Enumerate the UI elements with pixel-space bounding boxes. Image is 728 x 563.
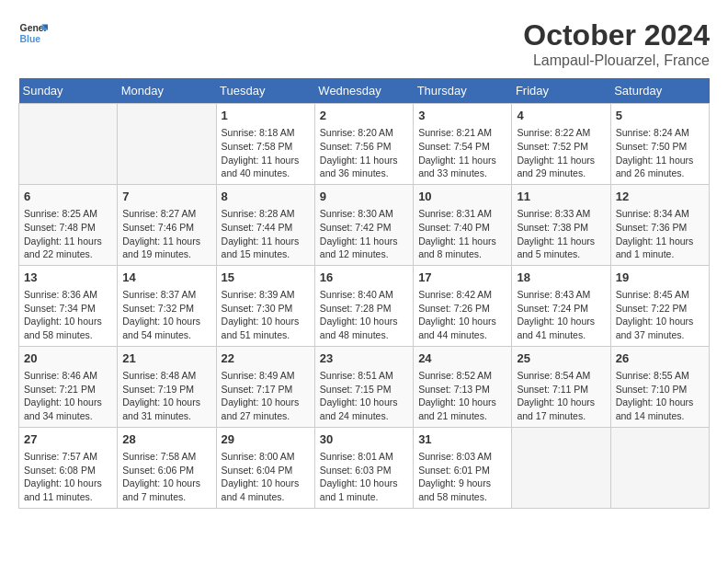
- calendar-body: 1Sunrise: 8:18 AMSunset: 7:58 PMDaylight…: [19, 104, 710, 509]
- sunrise-text: Sunrise: 8:54 AM: [517, 369, 605, 383]
- day-number: 3: [418, 108, 506, 124]
- calendar-week-2: 6Sunrise: 8:25 AMSunset: 7:48 PMDaylight…: [19, 184, 710, 265]
- sunrise-text: Sunrise: 8:45 AM: [616, 288, 704, 302]
- sunset-text: Sunset: 7:40 PM: [418, 221, 506, 235]
- daylight-text: Daylight: 10 hours and 14 minutes.: [616, 396, 704, 422]
- calendar-cell: 24Sunrise: 8:52 AMSunset: 7:13 PMDayligh…: [414, 346, 512, 427]
- daylight-text: Daylight: 11 hours and 5 minutes.: [517, 235, 605, 261]
- calendar-table: SundayMondayTuesdayWednesdayThursdayFrid…: [18, 78, 710, 509]
- day-number: 12: [616, 189, 704, 205]
- day-header-tuesday: Tuesday: [216, 78, 314, 104]
- day-number: 28: [122, 431, 210, 448]
- day-number: 1: [222, 108, 310, 124]
- daylight-text: Daylight: 10 hours and 24 minutes.: [320, 396, 408, 422]
- calendar-cell: 26Sunrise: 8:55 AMSunset: 7:10 PMDayligh…: [610, 346, 709, 427]
- sunrise-text: Sunrise: 8:28 AM: [222, 207, 310, 221]
- sunrise-text: Sunrise: 8:24 AM: [616, 126, 704, 140]
- sunset-text: Sunset: 7:36 PM: [616, 221, 704, 235]
- day-number: 11: [517, 189, 605, 205]
- daylight-text: Daylight: 10 hours and 17 minutes.: [517, 396, 605, 422]
- calendar-cell: 4Sunrise: 8:22 AMSunset: 7:52 PMDaylight…: [512, 104, 610, 185]
- calendar-cell: [118, 104, 216, 185]
- sunset-text: Sunset: 7:32 PM: [122, 302, 210, 316]
- calendar-cell: [610, 427, 709, 508]
- calendar-cell: 13Sunrise: 8:36 AMSunset: 7:34 PMDayligh…: [19, 265, 118, 346]
- day-number: 18: [517, 270, 605, 286]
- sunrise-text: Sunrise: 7:58 AM: [122, 450, 210, 464]
- day-number: 23: [320, 350, 408, 367]
- daylight-text: Daylight: 10 hours and 37 minutes.: [616, 315, 704, 341]
- calendar-cell: 14Sunrise: 8:37 AMSunset: 7:32 PMDayligh…: [118, 265, 216, 346]
- calendar-cell: 22Sunrise: 8:49 AMSunset: 7:17 PMDayligh…: [216, 346, 314, 427]
- sunset-text: Sunset: 7:50 PM: [616, 140, 704, 154]
- calendar-cell: 18Sunrise: 8:43 AMSunset: 7:24 PMDayligh…: [512, 265, 610, 346]
- sunrise-text: Sunrise: 8:46 AM: [24, 369, 112, 383]
- day-header-wednesday: Wednesday: [314, 78, 413, 104]
- day-number: 2: [320, 108, 408, 124]
- calendar-cell: [19, 104, 118, 185]
- logo: General Blue: [18, 18, 48, 48]
- daylight-text: Daylight: 10 hours and 54 minutes.: [122, 315, 210, 341]
- daylight-text: Daylight: 10 hours and 31 minutes.: [122, 396, 210, 422]
- sunrise-text: Sunrise: 8:18 AM: [222, 126, 310, 140]
- calendar-cell: 30Sunrise: 8:01 AMSunset: 6:03 PMDayligh…: [314, 427, 413, 508]
- calendar-week-1: 1Sunrise: 8:18 AMSunset: 7:58 PMDaylight…: [19, 104, 710, 185]
- sunset-text: Sunset: 7:24 PM: [517, 302, 605, 316]
- sunset-text: Sunset: 7:30 PM: [222, 302, 310, 316]
- daylight-text: Daylight: 10 hours and 27 minutes.: [222, 396, 310, 422]
- sunset-text: Sunset: 7:15 PM: [320, 383, 408, 396]
- sunrise-text: Sunrise: 8:36 AM: [24, 288, 112, 302]
- daylight-text: Daylight: 10 hours and 58 minutes.: [24, 315, 112, 341]
- logo-icon: General Blue: [18, 18, 48, 48]
- sunrise-text: Sunrise: 8:33 AM: [517, 207, 605, 221]
- sunset-text: Sunset: 7:44 PM: [222, 221, 310, 235]
- day-number: 24: [418, 350, 506, 367]
- calendar-cell: 16Sunrise: 8:40 AMSunset: 7:28 PMDayligh…: [314, 265, 413, 346]
- day-number: 19: [616, 270, 704, 286]
- sunrise-text: Sunrise: 8:48 AM: [122, 369, 210, 383]
- calendar-week-5: 27Sunrise: 7:57 AMSunset: 6:08 PMDayligh…: [19, 427, 710, 508]
- sunset-text: Sunset: 7:58 PM: [222, 140, 310, 154]
- day-number: 15: [222, 270, 310, 286]
- title-block: October 2024 Lampaul-Plouarzel, France: [523, 18, 710, 69]
- sunset-text: Sunset: 7:19 PM: [122, 383, 210, 396]
- day-number: 9: [320, 189, 408, 205]
- daylight-text: Daylight: 10 hours and 1 minute.: [320, 477, 408, 503]
- calendar-cell: 20Sunrise: 8:46 AMSunset: 7:21 PMDayligh…: [19, 346, 118, 427]
- sunrise-text: Sunrise: 8:40 AM: [320, 288, 408, 302]
- calendar-cell: 15Sunrise: 8:39 AMSunset: 7:30 PMDayligh…: [216, 265, 314, 346]
- sunset-text: Sunset: 7:34 PM: [24, 302, 112, 316]
- day-header-friday: Friday: [512, 78, 610, 104]
- day-number: 4: [517, 108, 605, 124]
- sunset-text: Sunset: 7:26 PM: [418, 302, 506, 316]
- calendar-cell: 19Sunrise: 8:45 AMSunset: 7:22 PMDayligh…: [610, 265, 709, 346]
- calendar-week-4: 20Sunrise: 8:46 AMSunset: 7:21 PMDayligh…: [19, 346, 710, 427]
- calendar-cell: 25Sunrise: 8:54 AMSunset: 7:11 PMDayligh…: [512, 346, 610, 427]
- day-number: 31: [418, 431, 506, 448]
- day-header-sunday: Sunday: [19, 78, 118, 104]
- sunset-text: Sunset: 6:08 PM: [24, 464, 112, 477]
- sunset-text: Sunset: 7:13 PM: [418, 383, 506, 396]
- calendar-cell: 23Sunrise: 8:51 AMSunset: 7:15 PMDayligh…: [314, 346, 413, 427]
- sunset-text: Sunset: 6:04 PM: [222, 464, 310, 477]
- daylight-text: Daylight: 11 hours and 29 minutes.: [517, 154, 605, 180]
- sunrise-text: Sunrise: 8:39 AM: [222, 288, 310, 302]
- calendar-cell: 1Sunrise: 8:18 AMSunset: 7:58 PMDaylight…: [216, 104, 314, 185]
- sunset-text: Sunset: 7:21 PM: [24, 383, 112, 396]
- sunrise-text: Sunrise: 8:52 AM: [418, 369, 506, 383]
- sunset-text: Sunset: 7:28 PM: [320, 302, 408, 316]
- day-number: 22: [222, 350, 310, 367]
- daylight-text: Daylight: 10 hours and 11 minutes.: [24, 477, 112, 503]
- calendar-cell: 17Sunrise: 8:42 AMSunset: 7:26 PMDayligh…: [414, 265, 512, 346]
- daylight-text: Daylight: 11 hours and 33 minutes.: [418, 154, 506, 180]
- sunrise-text: Sunrise: 8:51 AM: [320, 369, 408, 383]
- day-header-saturday: Saturday: [610, 78, 709, 104]
- day-number: 13: [24, 270, 112, 286]
- sunrise-text: Sunrise: 7:57 AM: [24, 450, 112, 464]
- sunrise-text: Sunrise: 8:25 AM: [24, 207, 112, 221]
- sunrise-text: Sunrise: 8:49 AM: [222, 369, 310, 383]
- daylight-text: Daylight: 11 hours and 19 minutes.: [122, 235, 210, 261]
- sunrise-text: Sunrise: 8:01 AM: [320, 450, 408, 464]
- sunset-text: Sunset: 7:10 PM: [616, 383, 704, 396]
- sunset-text: Sunset: 7:42 PM: [320, 221, 408, 235]
